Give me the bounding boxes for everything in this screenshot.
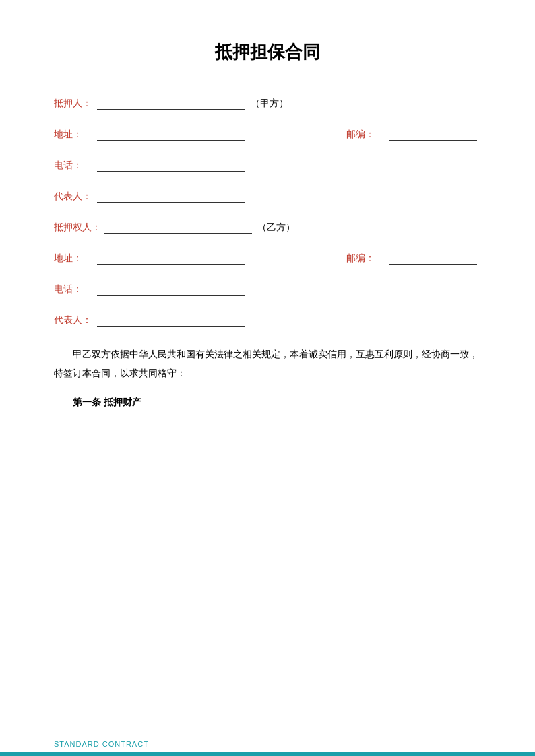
postal2-underline [389,252,477,265]
representative-row: 代表人： [54,191,481,203]
address2-label: 地址： [54,252,94,265]
address2-postal2-row: 地址： 邮编： [54,252,481,265]
mortgagor-row: 抵押人： （甲方） [54,98,481,110]
footer-label: STANDARD CONTRACT [54,740,149,748]
representative-label: 代表人： [54,191,94,203]
representative-underline [97,191,245,203]
address-postal-row: 地址： 邮编： [54,129,481,141]
phone2-label: 电话： [54,283,94,296]
mortgagee-label: 抵押权人： [54,221,101,234]
page: 抵押担保合同 抵押人： （甲方） 地址： 邮编： 电话： 代表人： 抵押权人： … [0,0,535,756]
representative2-label: 代表人： [54,314,94,327]
mortgagor-underline [97,98,245,110]
postal-group: 邮编： [346,129,481,141]
mortgagee-row: 抵押权人： （乙方） [54,221,481,234]
article1-title: 第一条 抵押财产 [73,397,481,409]
representative2-underline [97,314,245,327]
postal2-group: 邮编： [346,252,481,265]
postal-underline [389,129,477,141]
mortgagor-label: 抵押人： [54,98,94,110]
intro-text: 甲乙双方依据中华人民共和国有关法律之相关规定，本着诚实信用，互惠互利原则，经协商… [54,345,481,383]
address2-underline [97,252,245,265]
mortgagee-underline [104,221,252,234]
representative2-row: 代表人： [54,314,481,327]
phone2-underline [97,283,245,296]
bottom-divider [0,752,535,756]
postal-label: 邮编： [346,129,387,141]
phone2-row: 电话： [54,283,481,296]
page-title: 抵押担保合同 [54,40,481,64]
phone-underline [97,160,245,172]
address2-group: 地址： [54,252,319,265]
phone-row: 电话： [54,160,481,172]
mortgagee-suffix: （乙方） [257,221,295,234]
mortgagor-suffix: （甲方） [251,98,288,110]
address-label: 地址： [54,129,94,141]
address-group: 地址： [54,129,319,141]
address-underline [97,129,245,141]
postal2-label: 邮编： [346,252,387,265]
phone-label: 电话： [54,160,94,172]
